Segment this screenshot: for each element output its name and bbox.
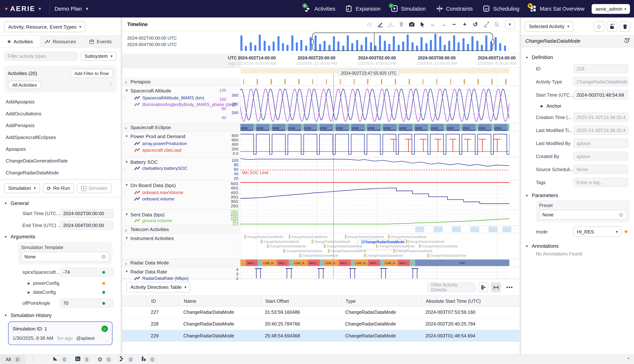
telecom-chart[interactable]: D — [240, 226, 509, 233]
column-header-id[interactable]: ID — [147, 296, 179, 306]
onboard-chart[interactable] — [240, 180, 509, 210]
field-value[interactable]: 2025-01-30T16:36:20.4 — [573, 112, 628, 122]
eclipse-block[interactable]: NONE — [383, 124, 396, 131]
eclipse-block[interactable]: NONE — [256, 124, 270, 131]
activity-type-item[interactable]: Apoapsis — [0, 143, 121, 155]
drag-handle-icon[interactable]: ⠿ — [123, 192, 126, 194]
edit-chart-icon[interactable] — [377, 21, 383, 27]
statusbar-item[interactable]: 0 — [141, 356, 156, 363]
zoom-in-icon[interactable]: + — [462, 21, 468, 27]
legend-item[interactable]: spacecraft.cbeLoad — [134, 148, 187, 152]
activity-label[interactable]: ChangeRadarDataMode — [419, 244, 458, 248]
table-columns-button[interactable] — [478, 282, 488, 292]
right-view-select[interactable]: Selected Activity ▾ — [525, 21, 573, 32]
statusbar-item[interactable]: 0 — [53, 356, 68, 363]
radar-mode-segment[interactable] — [258, 260, 262, 266]
simulate-button[interactable]: Simulate — [77, 184, 112, 193]
row-radar-mode[interactable]: ▶ Radar Data Mode MED...LOW_R...MED...LO… — [122, 259, 520, 267]
activity-label[interactable]: ChangeRadarDataMode — [268, 244, 306, 248]
activity-label[interactable]: ChangeRadarDataMode — [328, 249, 366, 253]
activity-type-item[interactable]: AddOccultations — [0, 108, 121, 120]
collapse-icon[interactable]: ▼ — [125, 89, 128, 92]
radar-mode-segment[interactable] — [351, 260, 355, 266]
collapse-icon[interactable]: ▼ — [525, 194, 528, 197]
collapse-icon[interactable]: ▼ — [4, 314, 7, 317]
sent-chart[interactable] — [240, 210, 509, 225]
radar-mode-segment[interactable]: LOW_R... — [262, 260, 277, 266]
radar-mode-segment[interactable]: LOW_R... — [324, 260, 338, 266]
row-battery-soc[interactable]: ⠿ ▼ Battery SOC cbebattery.batterySOC 10… — [122, 157, 520, 180]
eclipse-chart[interactable]: NONENONENONENONENONENONENONENONENONENONE… — [240, 124, 509, 131]
collapse-icon[interactable]: ▼ — [125, 134, 128, 138]
row-spacecraft-altitude[interactable]: ⠿ ▼ Spacecraft Altitude SpacecraftAltitu… — [122, 86, 520, 124]
eclipse-block[interactable]: NONE — [240, 124, 254, 131]
expand-icon[interactable]: ▶ — [125, 81, 128, 84]
expand-icon[interactable]: ▶ — [28, 290, 30, 294]
radar-mode-segment[interactable]: MED... — [368, 260, 380, 266]
collapse-icon[interactable]: ▼ — [125, 236, 128, 240]
radar-mode-segment[interactable]: MED... — [246, 260, 258, 266]
eclipse-block[interactable]: NONE — [288, 124, 301, 131]
altitude-chart[interactable] — [240, 86, 509, 123]
expand-icon[interactable]: ▶ — [125, 228, 128, 232]
telecom-activity-block[interactable] — [488, 226, 498, 232]
collapse-icon[interactable]: ▼ — [525, 56, 528, 59]
radar-mode-segment[interactable]: LOW_R... — [384, 260, 398, 266]
collapse-icon[interactable]: ▼ — [4, 235, 7, 238]
radar-mode-segment[interactable] — [240, 260, 246, 266]
eclipse-block[interactable]: NONE — [478, 124, 492, 131]
drag-handle-icon[interactable]: ⠿ — [123, 169, 126, 170]
instrument-chart[interactable]: ChangeRadarDataModeChangeRadarDataModeCh… — [240, 234, 509, 259]
drag-handle-icon[interactable]: ⠿ — [123, 143, 126, 145]
row-telecom[interactable]: ▶ Telecom Activities D — [122, 226, 520, 234]
drag-handle-icon[interactable]: ⠿ — [110, 84, 113, 86]
history-icon[interactable] — [624, 38, 630, 45]
view-directive-button[interactable]: ◇ — [594, 21, 604, 32]
nav-item-mars-sat-overview[interactable]: ✎Mars Sat Overview — [530, 5, 584, 12]
column-header-start-offset[interactable]: Start Offset — [261, 296, 341, 306]
legend-item[interactable]: onboard.volume — [134, 196, 183, 201]
eclipse-block[interactable]: NONE — [446, 124, 460, 131]
column-header-absolute-start-time-utc-[interactable]: Absolute Start Time (UTC) — [421, 296, 520, 306]
field-value[interactable]: aplave — [573, 152, 628, 161]
timeline-brush[interactable] — [240, 31, 509, 54]
eclipse-block[interactable]: NONE — [336, 124, 349, 131]
legend-item[interactable]: onboard.maxVolume — [134, 190, 183, 195]
delete-activity-button[interactable] — [620, 21, 630, 32]
telecom-activity-block[interactable] — [502, 226, 512, 232]
tab-resources[interactable]: Resources — [40, 36, 80, 47]
eclipse-block[interactable]: NONE — [415, 124, 428, 131]
pan-left-icon[interactable]: ← — [430, 21, 436, 27]
eclipse-block[interactable]: NONE — [399, 124, 412, 131]
unlock-button[interactable] — [607, 21, 617, 32]
radar-mode-segment[interactable]: MED... — [277, 260, 289, 266]
download-icon[interactable] — [388, 21, 394, 27]
panel-gutter[interactable] — [121, 18, 122, 354]
field-value[interactable]: ChangeRadarDataMode — [573, 77, 628, 86]
activity-type-item[interactable]: ChangeRadarDataMode — [0, 167, 121, 178]
template-input[interactable]: None ⚙ — [21, 252, 109, 262]
brush-window[interactable] — [312, 33, 493, 51]
nav-item-scheduling[interactable]: Scheduling — [484, 5, 520, 12]
statusbar-item[interactable]: ⚙0 — [98, 356, 112, 363]
mode-select[interactable]: HI_RES ▾ — [573, 226, 621, 237]
telecom-activity-block[interactable] — [434, 226, 443, 232]
zoom-out-icon[interactable]: − — [451, 21, 457, 27]
preset-input[interactable]: None ⚙ — [539, 210, 627, 220]
field-value[interactable]: Enter a tag... — [573, 178, 628, 187]
column-header-name[interactable]: Name — [179, 296, 261, 306]
eclipse-block[interactable]: NONE — [272, 124, 285, 131]
row-sent-data[interactable]: ⠿ ▼ Sent Data (bps) ground.volume 25G20G… — [122, 210, 520, 226]
activity-label[interactable]: ChangeRadarDataMode — [376, 244, 415, 248]
table-filter-input[interactable]: Filter Activity Directiv — [428, 282, 476, 292]
timeline-options-button[interactable]: ▾ — [505, 20, 514, 29]
cursor-chart[interactable]: 2024-002T23:47:55.925 UTC — [240, 68, 509, 78]
activity-label[interactable]: ChangeRadarDataMode — [394, 249, 432, 253]
panel-gutter[interactable] — [520, 18, 521, 354]
nav-item-simulation[interactable]: ✓Simulation — [391, 5, 426, 12]
aerie-logo[interactable]: ✦ AERIE ▼ — [4, 5, 44, 13]
reset-zoom-icon[interactable]: ↺ — [472, 21, 478, 27]
pan-right-icon[interactable]: → — [440, 21, 446, 27]
table-menu-button[interactable]: ••• — [504, 284, 516, 291]
activity-type-item[interactable]: AddPeriapsis — [0, 120, 121, 131]
